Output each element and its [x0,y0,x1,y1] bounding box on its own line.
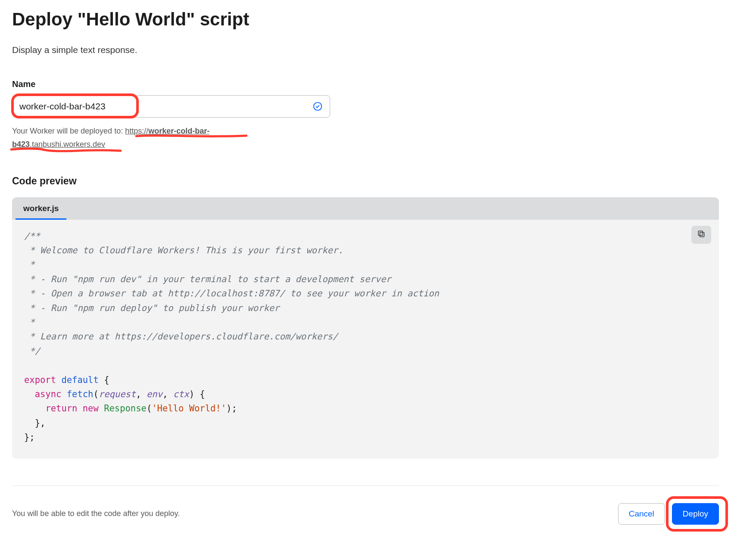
deployed-prefix: Your Worker will be deployed to: [12,127,125,135]
copy-icon [697,230,706,240]
url-domain: .tanbushi.workers.dev [30,140,105,149]
page-title: Deploy "Hello World" script [12,9,719,30]
cancel-button[interactable]: Cancel [618,503,665,525]
copy-button[interactable] [691,226,711,244]
code-preview: worker.js /** * Welcome to Cloudflare Wo… [12,197,719,459]
code-body: /** * Welcome to Cloudflare Workers! Thi… [12,220,719,459]
page-subtitle: Display a simple text response. [12,45,719,55]
footer-bar: You will be able to edit the code after … [12,485,719,525]
footer-actions: Cancel Deploy [618,503,719,525]
footer-note: You will be able to edit the code after … [12,509,180,518]
tab-worker-js[interactable]: worker.js [16,197,66,220]
check-circle-icon [313,102,322,111]
url-scheme: https:// [125,127,148,135]
code-tabs: worker.js [12,197,719,220]
code-preview-title: Code preview [12,175,719,187]
name-input-container [12,95,330,118]
name-field-label: Name [12,79,719,89]
svg-rect-1 [700,233,704,237]
code-content: /** * Welcome to Cloudflare Workers! Thi… [24,229,707,445]
name-input[interactable] [12,95,330,118]
deployed-to-text: Your Worker will be deployed to: https:/… [12,124,245,151]
svg-point-0 [314,103,322,110]
deploy-button[interactable]: Deploy [672,503,719,525]
svg-rect-2 [698,231,703,235]
